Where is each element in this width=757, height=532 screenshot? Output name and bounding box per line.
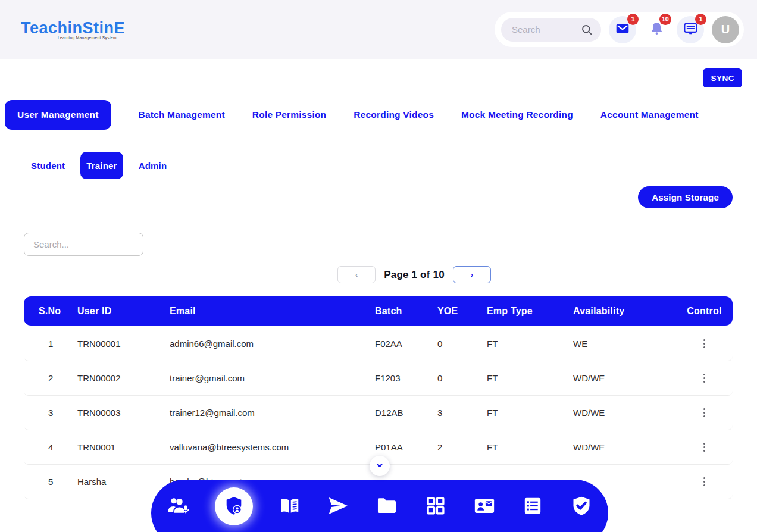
bottom-nav bbox=[151, 480, 608, 532]
grid-icon bbox=[425, 495, 446, 518]
cell-email: trainer@gmail.com bbox=[170, 373, 375, 383]
mail-button[interactable]: 1 bbox=[609, 16, 636, 43]
shield-user-icon bbox=[223, 495, 245, 518]
shield-check-icon bbox=[571, 495, 592, 518]
row-actions-button[interactable] bbox=[697, 405, 712, 421]
col-yoe: YOE bbox=[437, 306, 487, 317]
mail-badge: 1 bbox=[627, 14, 639, 25]
table-header: S.No User ID Email Batch YOE Emp Type Av… bbox=[24, 296, 733, 326]
bottom-nav-contacts[interactable] bbox=[473, 495, 496, 518]
col-availability: Availability bbox=[573, 306, 678, 317]
chevron-down-icon bbox=[374, 459, 386, 473]
table-row: 3 TRN00003 trainer12@gmail.com D12AB 3 F… bbox=[24, 396, 733, 430]
cell-emp-type: FT bbox=[487, 442, 573, 452]
subtab-student[interactable]: Student bbox=[31, 161, 65, 171]
users-mic-icon bbox=[167, 495, 189, 519]
cell-yoe: 2 bbox=[437, 442, 487, 452]
bottom-nav-send[interactable] bbox=[326, 495, 350, 518]
prev-page-button[interactable]: ‹ bbox=[337, 266, 376, 283]
bottom-nav-users-mic[interactable] bbox=[166, 495, 190, 518]
assign-storage-button[interactable]: Assign Storage bbox=[638, 186, 733, 208]
logo-tagline: Learning Management System bbox=[21, 36, 125, 40]
mail-icon bbox=[615, 21, 630, 38]
tab-recording-videos[interactable]: Recording Videos bbox=[354, 109, 434, 120]
user-avatar[interactable]: U bbox=[712, 16, 739, 43]
cell-emp-type: FT bbox=[487, 373, 573, 383]
bottom-nav-user-management[interactable] bbox=[215, 487, 253, 525]
cell-sno: 1 bbox=[39, 339, 77, 349]
page: TeachinStinE Learning Management System bbox=[0, 0, 757, 532]
row-actions-button[interactable] bbox=[697, 474, 712, 490]
cell-availability: WE bbox=[573, 339, 678, 349]
cell-email: admin66@gmail.com bbox=[170, 339, 375, 349]
cell-emp-type: FT bbox=[487, 408, 573, 418]
contact-card-icon bbox=[473, 495, 496, 519]
folder-icon bbox=[376, 495, 398, 519]
open-book-icon bbox=[279, 495, 301, 519]
top-header: TeachinStinE Learning Management System bbox=[0, 0, 757, 59]
cell-email: valluvana@btreesystems.com bbox=[170, 442, 375, 452]
cell-user-id: TRN0001 bbox=[77, 442, 170, 452]
row-actions-button[interactable] bbox=[697, 439, 712, 456]
logo-title: TeachinStinE bbox=[21, 19, 125, 37]
bottom-nav-courses[interactable] bbox=[278, 495, 302, 518]
bottom-nav-apps[interactable] bbox=[424, 495, 448, 518]
sync-button[interactable]: SYNC bbox=[703, 68, 742, 87]
col-batch: Batch bbox=[375, 306, 437, 317]
app-logo[interactable]: TeachinStinE Learning Management System bbox=[21, 19, 125, 40]
next-page-button[interactable]: › bbox=[453, 266, 491, 283]
form-list-icon bbox=[522, 495, 543, 518]
tab-mock-meeting-recording[interactable]: Mock Meeting Recording bbox=[461, 109, 573, 120]
pagination: ‹ Page 1 of 10 › bbox=[36, 266, 757, 283]
cell-yoe: 0 bbox=[437, 373, 487, 383]
col-emp-type: Emp Type bbox=[487, 306, 573, 317]
cell-emp-type: FT bbox=[487, 339, 573, 349]
cell-sno: 2 bbox=[39, 373, 77, 383]
header-search[interactable] bbox=[501, 18, 601, 42]
main-nav-tabs: User Management Batch Management Role Pe… bbox=[5, 100, 699, 130]
header-actions: 1 10 bbox=[495, 12, 744, 47]
bottom-nav-tasks[interactable] bbox=[570, 495, 593, 518]
notifications-button[interactable]: 10 bbox=[644, 16, 669, 43]
cell-user-id: TRN00003 bbox=[77, 408, 170, 418]
notifications-badge: 10 bbox=[659, 14, 671, 25]
cell-user-id: Harsha bbox=[77, 477, 170, 487]
table-row: 1 TRN00001 admin66@gmail.com F02AA 0 FT … bbox=[24, 327, 733, 361]
paper-plane-icon bbox=[327, 495, 349, 519]
cell-yoe: 3 bbox=[437, 408, 487, 418]
cell-availability: WD/WE bbox=[573, 373, 678, 383]
tab-user-management[interactable]: User Management bbox=[5, 100, 111, 130]
col-sno: S.No bbox=[39, 306, 77, 317]
table-row: 2 TRN00002 trainer@gmail.com F1203 0 FT … bbox=[24, 361, 733, 396]
cell-batch: F1203 bbox=[375, 373, 437, 383]
header-search-input[interactable] bbox=[501, 24, 576, 35]
row-actions-button[interactable] bbox=[697, 336, 712, 352]
cell-user-id: TRN00002 bbox=[77, 373, 170, 383]
subtab-trainer[interactable]: Trainer bbox=[80, 152, 123, 179]
row-actions-button[interactable] bbox=[697, 370, 712, 387]
tab-role-permission[interactable]: Role Permission bbox=[252, 109, 326, 120]
chat-badge: 1 bbox=[695, 14, 706, 25]
table-search-input[interactable] bbox=[24, 233, 143, 256]
scroll-down-button[interactable] bbox=[370, 456, 390, 476]
cell-availability: WD/WE bbox=[573, 408, 678, 418]
role-sub-tabs: Student Trainer Admin bbox=[31, 152, 167, 179]
cell-batch: F02AA bbox=[375, 339, 437, 349]
cell-batch: D12AB bbox=[375, 408, 437, 418]
tab-account-management[interactable]: Account Management bbox=[600, 109, 699, 120]
cell-user-id: TRN00001 bbox=[77, 339, 170, 349]
subtab-admin[interactable]: Admin bbox=[139, 161, 167, 171]
cell-email: trainer12@gmail.com bbox=[170, 408, 375, 418]
chat-button[interactable]: 1 bbox=[677, 16, 704, 43]
col-control: Control bbox=[678, 306, 733, 317]
bottom-nav-forms[interactable] bbox=[521, 495, 545, 518]
col-user-id: User ID bbox=[77, 306, 170, 317]
col-email: Email bbox=[170, 306, 375, 317]
cell-sno: 3 bbox=[39, 408, 77, 418]
cell-yoe: 0 bbox=[437, 339, 487, 349]
bottom-nav-files[interactable] bbox=[375, 495, 399, 518]
cell-sno: 4 bbox=[39, 442, 77, 452]
tab-batch-management[interactable]: Batch Management bbox=[139, 109, 225, 120]
magnifier-icon bbox=[580, 23, 594, 39]
cell-availability: WD/WE bbox=[573, 442, 678, 452]
